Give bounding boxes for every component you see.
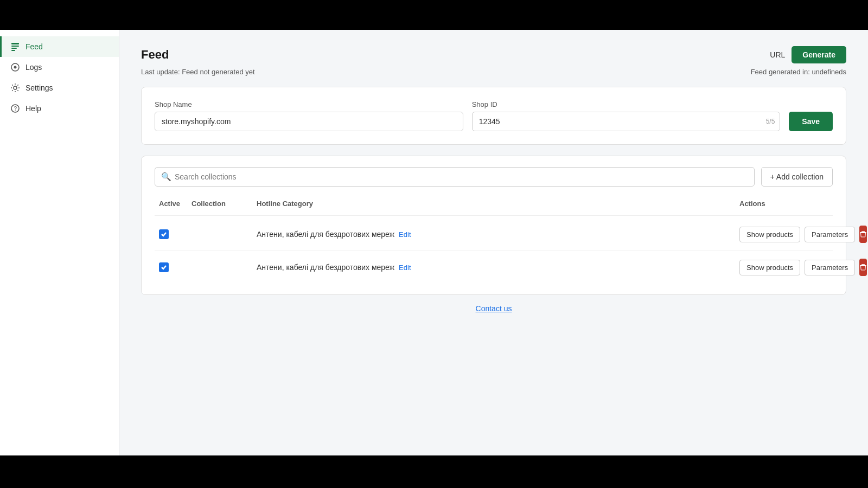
- active-checkbox-1[interactable]: [159, 229, 169, 239]
- top-bar: [0, 0, 868, 30]
- category-text-1: Антени, кабелі для бездротових мереж: [257, 230, 394, 239]
- collections-table: Active Collection Hotline Category Actio…: [155, 197, 833, 284]
- table-row: Антени, кабелі для бездротових мереж Edi…: [155, 218, 833, 251]
- shop-form-card: Shop Name Shop ID 5/5 Save: [141, 87, 846, 145]
- shop-id-input-wrapper: 5/5: [472, 112, 781, 131]
- shop-id-label: Shop ID: [472, 100, 781, 108]
- header-actions: Actions: [735, 197, 833, 210]
- main-content: Feed URL Generate Last update: Feed not …: [119, 30, 868, 455]
- search-wrapper: 🔍: [155, 167, 755, 187]
- header-hotline-category: Hotline Category: [252, 197, 735, 210]
- sidebar-item-help-label: Help: [25, 104, 41, 113]
- search-add-row: 🔍 + Add collection: [155, 167, 833, 187]
- sidebar: Feed Logs Settings: [0, 30, 119, 455]
- actions-cell-1: Show products Parameters: [735, 223, 833, 245]
- bottom-bar: [0, 455, 868, 488]
- active-cell-1: [155, 227, 187, 241]
- table-row: Антени, кабелі для бездротових мереж Edi…: [155, 251, 833, 284]
- shop-name-group: Shop Name: [155, 100, 463, 131]
- search-input[interactable]: [155, 167, 755, 187]
- sidebar-item-feed-label: Feed: [25, 42, 43, 51]
- contact-row: Contact us: [141, 304, 846, 313]
- edit-link-1[interactable]: Edit: [399, 230, 411, 239]
- svg-rect-3: [11, 50, 15, 51]
- header-collection: Collection: [187, 197, 252, 210]
- header-active: Active: [155, 197, 187, 210]
- category-text-2: Антени, кабелі для бездротових мереж: [257, 263, 394, 272]
- settings-icon: [10, 83, 20, 93]
- svg-point-5: [14, 66, 17, 69]
- hotline-category-cell-2: Антени, кабелі для бездротових мереж Edi…: [252, 261, 735, 274]
- generated-in-text: Feed generated in: undefineds: [751, 68, 846, 76]
- hotline-category-cell-1: Антени, кабелі для бездротових мереж Edi…: [252, 228, 735, 241]
- sidebar-item-settings-label: Settings: [25, 84, 53, 92]
- parameters-button-1[interactable]: Parameters: [805, 227, 855, 242]
- search-icon: 🔍: [161, 172, 171, 182]
- logs-icon: [10, 62, 20, 72]
- shop-name-label: Shop Name: [155, 100, 463, 108]
- sidebar-item-help[interactable]: ? Help: [0, 98, 119, 119]
- svg-rect-2: [11, 48, 17, 49]
- delete-button-1[interactable]: [859, 226, 867, 243]
- delete-button-2[interactable]: [859, 259, 867, 276]
- actions-cell-2: Show products Parameters: [735, 256, 833, 278]
- collections-card: 🔍 + Add collection Active Collection Hot…: [141, 156, 846, 295]
- status-row: Last update: Feed not generated yet Feed…: [141, 68, 846, 76]
- svg-point-6: [14, 86, 17, 89]
- page-title: Feed: [141, 48, 169, 62]
- svg-rect-0: [11, 43, 19, 44]
- save-button[interactable]: Save: [789, 112, 833, 131]
- header-actions: URL Generate: [770, 46, 846, 63]
- edit-link-2[interactable]: Edit: [399, 264, 411, 272]
- svg-rect-12: [861, 264, 865, 265]
- help-icon: ?: [10, 104, 20, 113]
- feed-icon: [10, 42, 20, 52]
- last-update-text: Last update: Feed not generated yet: [141, 68, 255, 76]
- collection-cell-1: [187, 232, 252, 236]
- shop-id-group: Shop ID 5/5: [472, 100, 781, 131]
- page-header: Feed URL Generate: [141, 46, 846, 63]
- sidebar-item-logs[interactable]: Logs: [0, 57, 119, 78]
- collection-cell-2: [187, 265, 252, 269]
- svg-rect-1: [11, 46, 19, 47]
- url-link[interactable]: URL: [770, 50, 785, 59]
- sidebar-item-feed[interactable]: Feed: [0, 36, 119, 57]
- form-row: Shop Name Shop ID 5/5 Save: [155, 100, 833, 131]
- sidebar-item-logs-label: Logs: [25, 63, 42, 72]
- show-products-button-2[interactable]: Show products: [739, 260, 800, 275]
- add-collection-button[interactable]: + Add collection: [761, 167, 833, 187]
- contact-us-link[interactable]: Contact us: [476, 304, 512, 313]
- svg-rect-10: [861, 231, 865, 232]
- char-count: 5/5: [766, 118, 775, 125]
- generate-button[interactable]: Generate: [792, 46, 846, 63]
- active-checkbox-2[interactable]: [159, 262, 169, 272]
- svg-text:?: ?: [14, 106, 17, 112]
- table-header-row: Active Collection Hotline Category Actio…: [155, 197, 833, 216]
- show-products-button-1[interactable]: Show products: [739, 227, 800, 242]
- sidebar-item-settings[interactable]: Settings: [0, 78, 119, 98]
- parameters-button-2[interactable]: Parameters: [805, 260, 855, 275]
- shop-name-input[interactable]: [155, 112, 463, 131]
- active-cell-2: [155, 260, 187, 274]
- shop-id-input[interactable]: [472, 112, 781, 131]
